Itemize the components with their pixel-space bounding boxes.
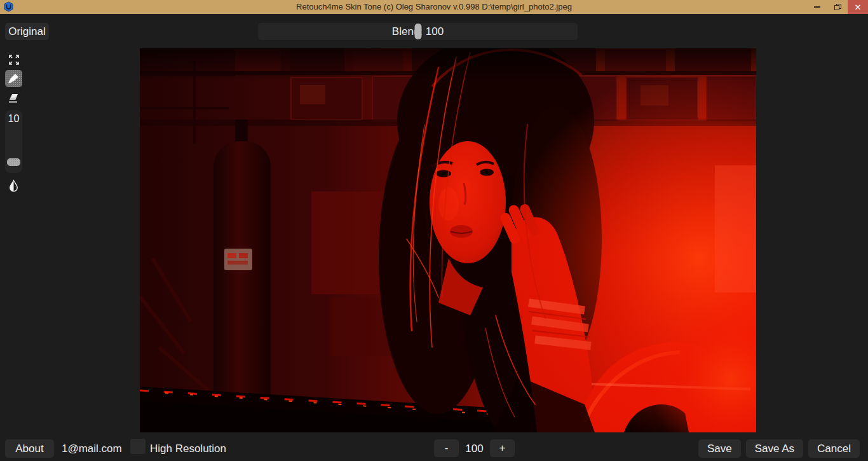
titlebar[interactable]: Retouch4me Skin Tone (c) Oleg Sharonov v… bbox=[0, 0, 868, 14]
original-button[interactable]: Original bbox=[5, 23, 49, 40]
high-resolution-label: High Resolution bbox=[150, 439, 226, 458]
zoom-value: 100 bbox=[459, 439, 490, 458]
minimize-icon bbox=[814, 6, 820, 8]
brush-size-slider[interactable]: 10 bbox=[5, 110, 22, 173]
expand-icon bbox=[8, 53, 20, 66]
restore-button[interactable] bbox=[827, 0, 848, 14]
high-resolution-checkbox[interactable] bbox=[130, 439, 146, 454]
brush-size-handle[interactable] bbox=[7, 158, 20, 166]
fit-view-button[interactable] bbox=[5, 51, 22, 68]
eraser-tool-button[interactable] bbox=[5, 90, 22, 107]
zoom-in-button[interactable]: + bbox=[490, 439, 515, 457]
photo-preview[interactable] bbox=[140, 48, 756, 432]
zoom-out-button[interactable]: - bbox=[434, 439, 459, 457]
brush-icon bbox=[7, 72, 20, 85]
droplet-contrast-icon bbox=[7, 179, 20, 193]
app-window: Retouch4me Skin Tone (c) Oleg Sharonov v… bbox=[0, 0, 868, 461]
save-as-button[interactable]: Save As bbox=[746, 439, 803, 458]
brush-tool-button[interactable] bbox=[5, 70, 22, 87]
about-button[interactable]: About bbox=[5, 439, 54, 458]
minimize-button[interactable] bbox=[807, 0, 827, 14]
restore-icon bbox=[834, 4, 841, 10]
brush-size-value: 10 bbox=[5, 113, 22, 125]
punching-bag bbox=[214, 120, 271, 422]
blend-slider-handle[interactable] bbox=[414, 24, 421, 39]
cancel-button[interactable]: Cancel bbox=[808, 439, 860, 458]
save-button[interactable]: Save bbox=[698, 439, 741, 458]
close-button[interactable]: ✕ bbox=[848, 0, 868, 14]
account-email: 1@mail.com bbox=[62, 439, 122, 458]
mask-invert-button[interactable] bbox=[5, 177, 22, 195]
window-title: Retouch4me Skin Tone (c) Oleg Sharonov v… bbox=[0, 0, 868, 14]
eraser-icon bbox=[7, 92, 20, 105]
blend-slider[interactable]: Blend: 100 bbox=[258, 23, 578, 40]
